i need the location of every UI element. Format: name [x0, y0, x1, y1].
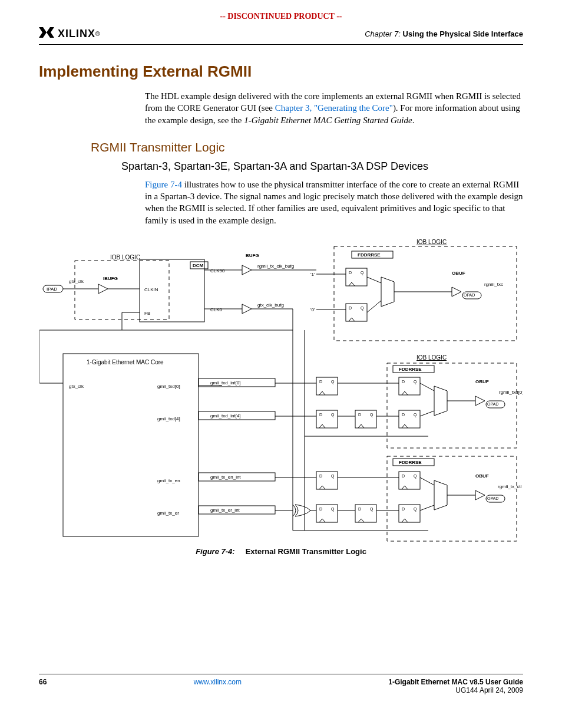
chapter-breadcrumb: Chapter 7: Using the Physical Side Inter…: [365, 29, 523, 38]
svg-line-72: [420, 411, 434, 416]
svg-text:gmii_txd[4]: gmii_txd[4]: [157, 416, 180, 421]
svg-text:OPAD: OPAD: [487, 402, 498, 406]
figure-link[interactable]: Figure 7-4: [145, 180, 182, 189]
svg-text:IOB LOGIC: IOB LOGIC: [110, 254, 140, 261]
rgmii-diagram: D Q IOB LOGIC IBUFG IPAD: [39, 236, 523, 542]
page-number: 66: [39, 678, 47, 686]
svg-text:gmii_txd_int[4]: gmii_txd_int[4]: [210, 413, 241, 419]
svg-text:'1': '1': [310, 272, 315, 277]
page-footer: 66 www.xilinx.com 1-Gigabit Ethernet MAC…: [39, 674, 523, 694]
svg-text:'0': '0': [310, 307, 315, 312]
svg-line-44: [367, 301, 381, 312]
svg-text:gmii_txd[0]: gmii_txd[0]: [157, 384, 180, 389]
para2-rest: illustrates how to use the physical tran…: [145, 180, 523, 225]
svg-text:gmii_tx_en: gmii_tx_en: [157, 478, 180, 483]
svg-text:gmii_txd_int[0]: gmii_txd_int[0]: [210, 380, 241, 386]
figure-7-4: D Q IOB LOGIC IBUFG IPAD: [39, 236, 523, 556]
svg-text:IOB LOGIC: IOB LOGIC: [416, 239, 447, 245]
svg-text:gmii_tx_er: gmii_tx_er: [157, 510, 179, 516]
svg-text:CLK0: CLK0: [210, 307, 223, 312]
svg-text:BUFG: BUFG: [246, 253, 259, 258]
svg-text:rgmii_tx_ctl: rgmii_tx_ctl: [498, 484, 522, 489]
figure-caption: Figure 7-4: External RGMII Transmitter L…: [39, 547, 523, 556]
figure-label: Figure 7-4:: [196, 547, 234, 556]
svg-text:DCM: DCM: [193, 263, 204, 268]
svg-text:gtx_clk: gtx_clk: [69, 279, 84, 284]
svg-text:CLK90: CLK90: [210, 268, 225, 274]
svg-text:OPAD: OPAD: [464, 293, 475, 297]
svg-text:gmii_tx_en_int: gmii_tx_en_int: [210, 475, 241, 480]
page-header: XILINX ® Chapter 7: Using the Physical S…: [39, 27, 523, 45]
svg-text:OBUF: OBUF: [475, 473, 489, 479]
svg-text:rgmii_txc: rgmii_txc: [484, 282, 503, 287]
svg-text:OBUF: OBUF: [475, 379, 489, 384]
guide-reference: 1-Gigabit Ethernet MAC Getting Started G…: [244, 116, 412, 125]
svg-line-93: [420, 505, 434, 510]
xilinx-logo-icon: [39, 27, 54, 41]
footer-doc-id: UG144 April 24, 2009: [388, 686, 523, 694]
subsection-heading: RGMII Transmitter Logic: [91, 140, 523, 154]
svg-text:OPAD: OPAD: [487, 496, 498, 500]
svg-line-43: [367, 277, 381, 283]
svg-text:CLKIN: CLKIN: [144, 287, 158, 292]
chapter-title: Using the Physical Side Interface: [403, 29, 523, 38]
svg-rect-36: [334, 246, 517, 341]
figure-title: External RGMII Transmitter Logic: [246, 547, 366, 556]
svg-text:gtx_clk_bufg: gtx_clk_bufg: [257, 302, 284, 308]
svg-text:rgmii_txd[0]: rgmii_txd[0]: [499, 390, 523, 395]
discontinued-banner: -- DISCONTINUED PRODUCT --: [39, 12, 523, 21]
svg-line-71: [420, 383, 434, 391]
svg-text:IBUFG: IBUFG: [103, 276, 118, 281]
svg-text:FDDRRSE: FDDRRSE: [399, 460, 422, 465]
section-heading: Implementing External RGMII: [39, 62, 523, 81]
logo-registered: ®: [95, 31, 100, 37]
svg-text:rgmii_tx_clk_bufg: rgmii_tx_clk_bufg: [257, 263, 294, 269]
svg-marker-0: [39, 27, 47, 38]
chapter-number: Chapter 7:: [365, 29, 401, 38]
svg-text:FDDRRSE: FDDRRSE: [358, 252, 381, 258]
footer-url-link[interactable]: www.xilinx.com: [194, 678, 242, 686]
svg-text:gmii_tx_er_int: gmii_tx_er_int: [210, 508, 240, 513]
intro-paragraph: The HDL example design delivered with th…: [145, 90, 523, 126]
svg-rect-49: [63, 354, 199, 536]
svg-text:gtx_clk: gtx_clk: [69, 384, 84, 389]
para1-text-c: .: [412, 116, 415, 125]
logo-text: XILINX: [58, 28, 95, 40]
svg-text:FDDRRSE: FDDRRSE: [399, 367, 422, 372]
svg-text:IOB LOGIC: IOB LOGIC: [416, 354, 447, 361]
svg-text:IPAD: IPAD: [47, 286, 57, 292]
footer-guide-title: 1-Gigabit Ethernet MAC v8.5 User Guide: [388, 678, 523, 686]
chapter3-link[interactable]: Chapter 3, "Generating the Core": [275, 103, 393, 113]
device-heading: Spartan-3, Spartan-3E, Spartan-3A and Sp…: [121, 160, 523, 173]
figure-desc-paragraph: Figure 7-4 illustrates how to use the ph…: [145, 179, 523, 226]
svg-text:FB: FB: [144, 311, 150, 316]
svg-text:OBUF: OBUF: [452, 271, 465, 276]
svg-text:1-Gigabit Ethernet MAC Core: 1-Gigabit Ethernet MAC Core: [87, 359, 164, 365]
svg-line-92: [420, 477, 434, 485]
svg-marker-1: [47, 27, 54, 38]
xilinx-logo: XILINX ®: [39, 27, 100, 41]
